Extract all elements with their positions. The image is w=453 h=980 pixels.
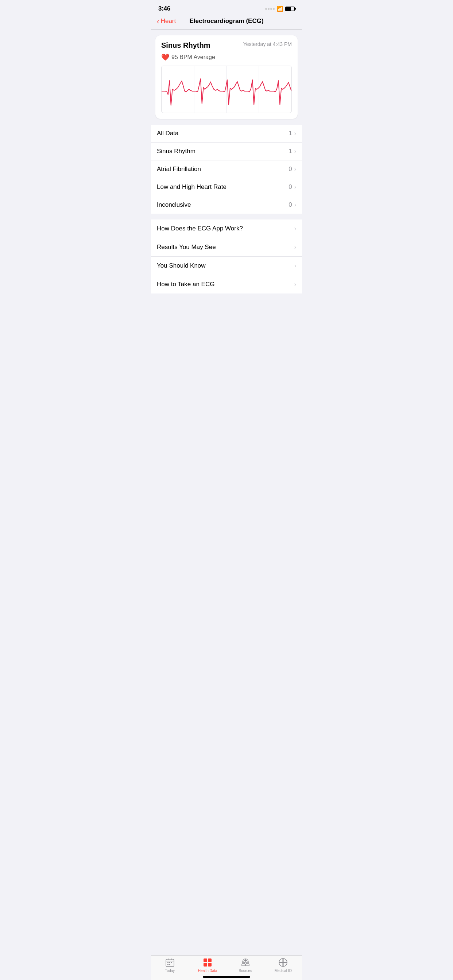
section-gap (151, 214, 302, 220)
nav-bar: ‹ Heart Electrocardiogram (ECG) (151, 14, 302, 29)
list-item-all-data[interactable]: All Data 1 › (151, 125, 302, 143)
you-should-know-label: You Should Know (157, 262, 206, 269)
back-chevron-icon: ‹ (157, 18, 160, 25)
chevron-right-icon: › (294, 244, 296, 250)
inconclusive-count: 0 (289, 201, 292, 208)
chevron-right-icon: › (294, 225, 296, 232)
chevron-right-icon: › (294, 262, 296, 269)
status-bar: 3:46 📶 (151, 0, 302, 14)
info-item-you-should-know[interactable]: You Should Know › (151, 257, 302, 275)
bottom-spacer (151, 293, 302, 326)
heart-icon: ❤️ (161, 53, 169, 61)
ecg-bpm-label: 95 BPM Average (171, 54, 215, 60)
afib-label: Atrial Fibrillation (157, 165, 201, 173)
chevron-right-icon: › (294, 202, 296, 208)
sinus-rhythm-count: 1 (289, 148, 292, 155)
low-high-hr-count: 0 (289, 183, 292, 191)
chevron-right-icon: › (294, 166, 296, 172)
all-data-count: 1 (289, 130, 292, 137)
afib-count: 0 (289, 165, 292, 173)
battery-icon (285, 6, 295, 11)
chevron-right-icon: › (294, 148, 296, 154)
chevron-right-icon: › (294, 281, 296, 288)
info-item-results[interactable]: Results You May See › (151, 238, 302, 257)
ecg-timestamp: Yesterday at 4:43 PM (243, 41, 292, 47)
info-item-how-ecg-works[interactable]: How Does the ECG App Work? › (151, 220, 302, 238)
ecg-chart (161, 65, 292, 113)
sinus-rhythm-right: 1 › (289, 148, 296, 155)
ecg-bpm-row: ❤️ 95 BPM Average (161, 53, 292, 61)
all-data-right: 1 › (289, 130, 296, 137)
how-ecg-works-label: How Does the ECG App Work? (157, 225, 243, 232)
list-item-inconclusive[interactable]: Inconclusive 0 › (151, 196, 302, 214)
chevron-right-icon: › (294, 130, 296, 137)
low-high-hr-right: 0 › (289, 183, 296, 191)
inconclusive-label: Inconclusive (157, 201, 191, 208)
afib-right: 0 › (289, 165, 296, 173)
signal-icon (265, 8, 274, 10)
chevron-right-icon: › (294, 184, 296, 190)
inconclusive-right: 0 › (289, 201, 296, 208)
back-button[interactable]: ‹ Heart (157, 18, 176, 25)
low-high-hr-label: Low and High Heart Rate (157, 183, 226, 191)
status-time: 3:46 (158, 5, 170, 13)
info-section: How Does the ECG App Work? › Results You… (151, 220, 302, 293)
all-data-label: All Data (157, 130, 179, 137)
nav-divider (151, 29, 302, 30)
list-item-low-high-hr[interactable]: Low and High Heart Rate 0 › (151, 178, 302, 196)
sinus-rhythm-label: Sinus Rhythm (157, 148, 196, 155)
info-item-how-to-take[interactable]: How to Take an ECG › (151, 275, 302, 293)
list-item-sinus-rhythm[interactable]: Sinus Rhythm 1 › (151, 143, 302, 161)
list-item-afib[interactable]: Atrial Fibrillation 0 › (151, 161, 302, 178)
wifi-icon: 📶 (277, 6, 283, 12)
how-to-take-label: How to Take an ECG (157, 281, 214, 288)
ecg-rhythm-title: Sinus Rhythm (161, 41, 210, 49)
ecg-card-header: Sinus Rhythm Yesterday at 4:43 PM (161, 41, 292, 49)
ecg-card: Sinus Rhythm Yesterday at 4:43 PM ❤️ 95 … (155, 35, 298, 119)
status-icons: 📶 (265, 6, 295, 12)
back-label: Heart (161, 18, 176, 25)
data-list-section: All Data 1 › Sinus Rhythm 1 › Atrial Fib… (151, 125, 302, 214)
nav-title: Electrocardiogram (ECG) (189, 18, 263, 25)
results-label: Results You May See (157, 243, 216, 251)
main-content: Sinus Rhythm Yesterday at 4:43 PM ❤️ 95 … (151, 35, 302, 326)
